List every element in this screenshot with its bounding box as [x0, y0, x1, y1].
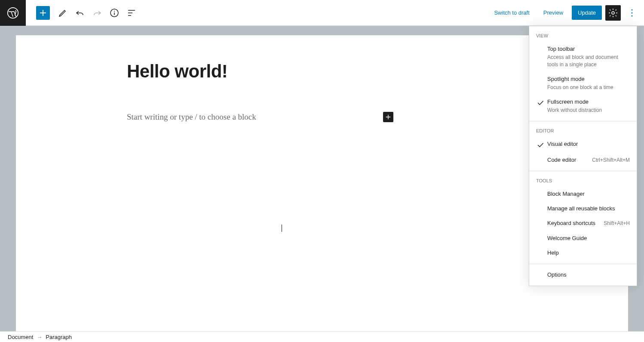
- menu-title: Spotlight mode: [547, 75, 630, 83]
- menu-item-options[interactable]: Options: [529, 268, 637, 282]
- menu-item-keyboard-shortcuts[interactable]: Keyboard shortcuts Shift+Alt+H: [529, 216, 637, 231]
- outline-icon: [126, 8, 137, 18]
- check-placeholder: [536, 205, 545, 205]
- wordpress-logo[interactable]: [0, 0, 26, 26]
- menu-item-spotlight[interactable]: Spotlight mode Focus on one block at a t…: [529, 72, 637, 95]
- redo-button[interactable]: [89, 5, 105, 21]
- menu-item-visual-editor[interactable]: Visual editor: [529, 137, 637, 153]
- menu-title: Keyboard shortcuts: [547, 219, 598, 227]
- breadcrumb-arrow: →: [37, 334, 42, 340]
- menu-title: Block Manager: [547, 190, 630, 198]
- menu-title: Visual editor: [547, 140, 630, 148]
- check-placeholder: [536, 219, 545, 220]
- menu-item-block-manager[interactable]: Block Manager: [529, 187, 637, 201]
- menu-desc: Work without distraction: [547, 107, 630, 114]
- undo-icon: [75, 8, 85, 18]
- check-placeholder: [536, 234, 545, 235]
- menu-title: Help: [547, 249, 630, 257]
- details-button[interactable]: [107, 5, 122, 21]
- plus-icon: [38, 8, 48, 18]
- section-label-tools: Tools: [529, 175, 637, 187]
- section-label-editor: Editor: [529, 125, 637, 137]
- dropdown-section-options: Options: [529, 264, 637, 286]
- toolbar-tools: [55, 5, 139, 21]
- check-placeholder: [536, 45, 545, 46]
- menu-title: Code editor: [547, 156, 586, 164]
- block-placeholder[interactable]: Start writing or type / to choose a bloc…: [127, 112, 383, 122]
- block-breadcrumb: Document → Paragraph: [0, 331, 644, 342]
- breadcrumb-current[interactable]: Paragraph: [46, 334, 72, 340]
- section-label-view: View: [529, 30, 637, 42]
- more-menu-button[interactable]: [624, 5, 640, 21]
- check-icon: [536, 140, 545, 149]
- tools-button[interactable]: [55, 5, 71, 21]
- redo-icon: [92, 8, 102, 18]
- menu-shortcut: Ctrl+Shift+Alt+M: [592, 157, 630, 163]
- pencil-icon: [58, 8, 68, 18]
- menu-item-code-editor[interactable]: Code editor Ctrl+Shift+Alt+M: [529, 153, 637, 167]
- menu-item-help[interactable]: Help: [529, 246, 637, 260]
- topbar-right: Switch to draft Preview Update: [489, 5, 644, 21]
- dropdown-section-editor: Editor Visual editor Code editor Ctrl+Sh…: [529, 121, 637, 171]
- info-icon: [109, 8, 120, 18]
- dropdown-section-view: View Top toolbar Access all block and do…: [529, 26, 637, 121]
- menu-title: Manage all reusable blocks: [547, 205, 630, 213]
- wordpress-icon: [7, 7, 19, 19]
- preview-button[interactable]: Preview: [538, 6, 568, 19]
- check-placeholder: [536, 271, 545, 271]
- check-icon: [536, 98, 545, 107]
- menu-desc: Focus on one block at a time: [547, 84, 630, 91]
- check-placeholder: [536, 249, 545, 250]
- menu-item-welcome-guide[interactable]: Welcome Guide: [529, 231, 637, 246]
- gear-icon: [608, 8, 618, 18]
- outline-button[interactable]: [124, 5, 139, 21]
- menu-desc: Access all block and document tools in a…: [547, 54, 630, 68]
- more-vertical-icon: [627, 8, 637, 18]
- menu-item-fullscreen[interactable]: Fullscreen mode Work without distraction: [529, 95, 637, 117]
- svg-point-3: [612, 12, 614, 14]
- editor-topbar: Switch to draft Preview Update: [0, 0, 644, 26]
- inline-add-block-button[interactable]: [383, 112, 393, 122]
- svg-point-6: [632, 15, 633, 16]
- undo-button[interactable]: [72, 5, 88, 21]
- plus-icon: [384, 113, 392, 121]
- menu-item-top-toolbar[interactable]: Top toolbar Access all block and documen…: [529, 42, 637, 72]
- switch-to-draft-button[interactable]: Switch to draft: [489, 6, 534, 19]
- topbar-left: [0, 0, 139, 26]
- text-cursor: [282, 225, 282, 232]
- settings-button[interactable]: [605, 5, 621, 21]
- add-block-button[interactable]: [36, 6, 50, 20]
- menu-item-reusable-blocks[interactable]: Manage all reusable blocks: [529, 201, 637, 216]
- empty-block-row: Start writing or type / to choose a bloc…: [127, 112, 393, 122]
- menu-title: Options: [547, 271, 630, 279]
- dropdown-section-tools: Tools Block Manager Manage all reusable …: [529, 171, 637, 264]
- breadcrumb-root[interactable]: Document: [8, 334, 33, 340]
- menu-title: Top toolbar: [547, 45, 630, 53]
- svg-point-5: [632, 12, 633, 13]
- check-placeholder: [536, 156, 545, 157]
- more-menu-dropdown: View Top toolbar Access all block and do…: [529, 26, 637, 286]
- check-placeholder: [536, 190, 545, 191]
- check-placeholder: [536, 75, 545, 76]
- svg-point-4: [632, 9, 633, 10]
- update-button[interactable]: Update: [572, 6, 602, 20]
- svg-point-2: [114, 11, 115, 12]
- menu-shortcut: Shift+Alt+H: [604, 220, 630, 226]
- menu-title: Welcome Guide: [547, 234, 630, 242]
- menu-title: Fullscreen mode: [547, 98, 630, 106]
